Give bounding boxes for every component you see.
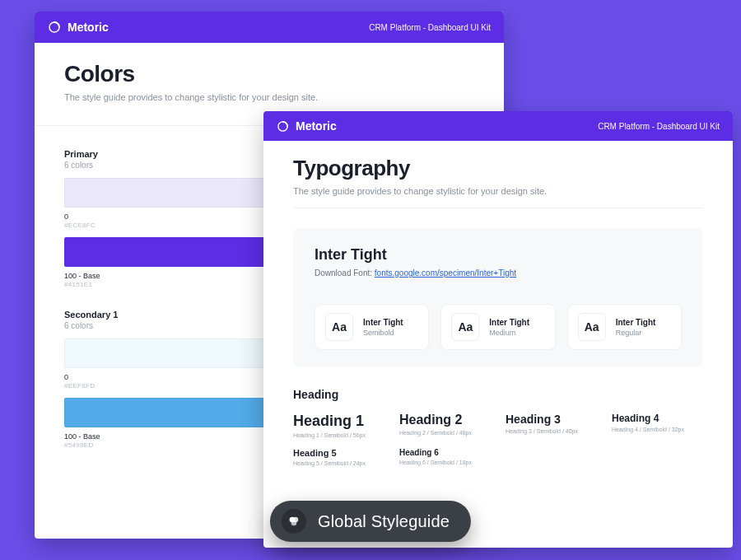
swatch-chip bbox=[64, 338, 265, 368]
brand-logo-icon bbox=[48, 21, 61, 34]
heading-title: Heading 5 bbox=[293, 448, 384, 458]
swatch-chip bbox=[64, 237, 265, 267]
typo-title: Typography bbox=[293, 156, 703, 181]
swatch-label: 0 bbox=[64, 373, 265, 381]
heading-title: Heading 2 bbox=[399, 413, 491, 427]
heading-block: Heading Heading 1 Heading 1 / Semibold /… bbox=[293, 388, 703, 466]
banner-subtitle: CRM Platform - Dashboard UI Kit bbox=[598, 122, 720, 131]
heading-spec: Heading 3 / Semibold / 40px bbox=[506, 428, 597, 434]
font-download-link[interactable]: fonts.google.com/specimen/Inter+Tight bbox=[375, 268, 516, 278]
swatch-label: 0 bbox=[64, 212, 265, 221]
colors-header: Colors The style guide provides to chang… bbox=[35, 43, 504, 115]
brand-name: Metoric bbox=[68, 21, 109, 34]
heading-spec: Heading 1 / Semibold / 56px bbox=[293, 432, 384, 438]
sample-tile: Aa bbox=[325, 313, 353, 341]
color-swatch[interactable]: 0 #ECE8FC bbox=[64, 178, 265, 229]
sample-tile: Aa bbox=[451, 313, 479, 341]
color-swatch[interactable]: 100 - Base #5498ED bbox=[64, 398, 265, 449]
typo-body: Typography The style guide provides to c… bbox=[263, 141, 733, 466]
heading-label: Heading bbox=[293, 388, 703, 401]
heading-title: Heading 1 bbox=[293, 413, 384, 430]
brand-name: Metoric bbox=[296, 119, 337, 133]
colors-title: Colors bbox=[64, 61, 474, 87]
font-download-label: Download Font: bbox=[315, 268, 375, 278]
banner-colors: Metoric CRM Platform - Dashboard UI Kit bbox=[35, 12, 504, 43]
heading-item: Heading 4 Heading 4 / Semibold / 32px bbox=[612, 413, 703, 438]
divider bbox=[293, 208, 703, 208]
heading-spec: Heading 6 / Semibold / 18px bbox=[399, 460, 491, 465]
font-weight-card[interactable]: Aa Inter Tight Regular bbox=[567, 304, 682, 350]
heading-title: Heading 3 bbox=[506, 413, 597, 426]
heading-spec: Heading 2 / Semibold / 48px bbox=[399, 430, 491, 436]
heading-item: Heading 5 Heading 5 / Semibold / 24px bbox=[293, 448, 384, 466]
weight-meta: Inter Tight Semibold bbox=[363, 318, 403, 337]
typo-desc: The style guide provides to change styli… bbox=[293, 186, 703, 196]
font-download: Download Font: fonts.google.com/specimen… bbox=[315, 268, 682, 278]
sample-tile: Aa bbox=[578, 313, 606, 341]
weight-font-name: Inter Tight bbox=[616, 318, 656, 327]
font-weight-card[interactable]: Aa Inter Tight Medium bbox=[440, 304, 555, 350]
color-swatch[interactable]: 100 - Base #4151E1 bbox=[64, 237, 265, 288]
weight-row: Aa Inter Tight Semibold Aa Inter Tight M… bbox=[315, 304, 682, 350]
svg-point-4 bbox=[291, 520, 297, 526]
font-name: Inter Tight bbox=[315, 246, 682, 264]
swatch-hex: #5498ED bbox=[64, 441, 265, 449]
colors-desc: The style guide provides to change styli… bbox=[64, 92, 474, 102]
banner-subtitle: CRM Platform - Dashboard UI Kit bbox=[369, 23, 491, 32]
stage: Metoric CRM Platform - Dashboard UI Kit … bbox=[0, 0, 741, 560]
swatch-label: 100 - Base bbox=[64, 272, 265, 280]
heading-title: Heading 4 bbox=[612, 413, 703, 424]
banner-typo: Metoric CRM Platform - Dashboard UI Kit bbox=[263, 111, 733, 141]
swatch-chip bbox=[64, 178, 265, 208]
color-swatch[interactable]: 0 #EEF8FD bbox=[64, 338, 265, 390]
weight-font-name: Inter Tight bbox=[489, 318, 529, 327]
brand: Metoric bbox=[48, 21, 109, 34]
heading-grid: Heading 1 Heading 1 / Semibold / 56px He… bbox=[293, 413, 703, 466]
typography-card: Metoric CRM Platform - Dashboard UI Kit … bbox=[263, 111, 733, 548]
weight-meta: Inter Tight Medium bbox=[489, 318, 529, 337]
swatch-hex: #ECE8FC bbox=[64, 222, 265, 229]
heading-item: Heading 3 Heading 3 / Semibold / 40px bbox=[506, 413, 597, 438]
swatch-hex: #EEF8FD bbox=[64, 382, 265, 390]
heading-item: Heading 6 Heading 6 / Semibold / 18px bbox=[399, 448, 491, 466]
font-panel: Inter Tight Download Font: fonts.google.… bbox=[293, 228, 703, 366]
brand-logo-icon bbox=[277, 120, 289, 133]
global-styleguide-pill[interactable]: Global Styleguide bbox=[270, 501, 471, 542]
swatch-label: 100 - Base bbox=[64, 432, 265, 441]
heading-item: Heading 1 Heading 1 / Semibold / 56px bbox=[293, 413, 384, 438]
heading-spec: Heading 4 / Semibold / 32px bbox=[612, 427, 703, 432]
weight-name: Regular bbox=[616, 329, 656, 337]
weight-name: Medium bbox=[489, 329, 529, 337]
pill-label: Global Styleguide bbox=[318, 512, 450, 531]
weight-name: Semibold bbox=[363, 329, 403, 337]
heading-item: Heading 2 Heading 2 / Semibold / 48px bbox=[399, 413, 491, 438]
heading-spec: Heading 5 / Semibold / 24px bbox=[293, 460, 384, 466]
heading-title: Heading 6 bbox=[399, 448, 491, 457]
weight-font-name: Inter Tight bbox=[363, 318, 403, 327]
swatch-chip bbox=[64, 398, 265, 427]
swatch-hex: #4151E1 bbox=[64, 281, 265, 288]
brand: Metoric bbox=[277, 119, 337, 133]
styleguide-icon bbox=[282, 509, 306, 534]
weight-meta: Inter Tight Regular bbox=[616, 318, 656, 337]
font-weight-card[interactable]: Aa Inter Tight Semibold bbox=[315, 304, 429, 350]
